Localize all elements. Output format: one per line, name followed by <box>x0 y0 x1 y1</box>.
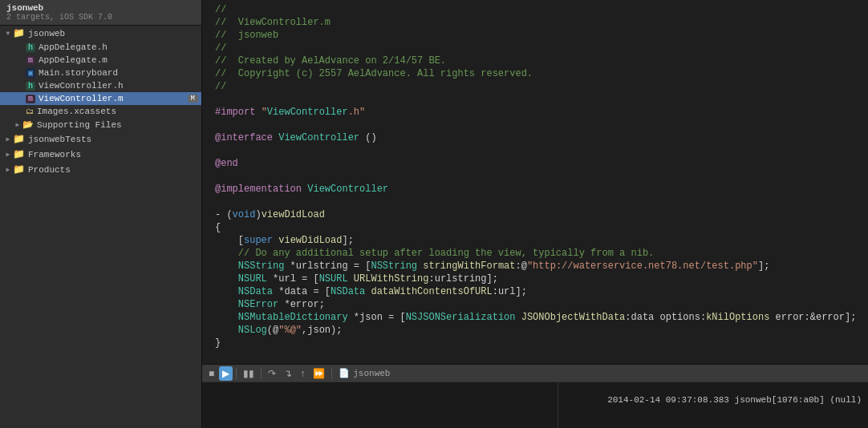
code-line: // ViewController.m <box>202 16 868 29</box>
sidebar-item-appdelegate-h[interactable]: h AppDelegate.h <box>0 41 201 54</box>
sidebar-item-label: Supporting Files <box>37 120 122 130</box>
sidebar-header: jsonweb 2 targets, iOS SDK 7.0 <box>0 0 201 26</box>
sidebar-item-viewcontroller-m[interactable]: m ViewController.m M <box>0 92 201 105</box>
sidebar-item-supporting-files[interactable]: ▶ 📂 Supporting Files <box>0 118 201 131</box>
sidebar-item-main-storyboard[interactable]: ▣ Main.storyboard <box>0 67 201 79</box>
separator <box>331 368 332 379</box>
code-line: // <box>202 80 868 93</box>
code-line <box>202 144 868 157</box>
sidebar-item-label: Products <box>28 165 71 175</box>
sidebar-item-label: Images.xcassets <box>37 107 116 116</box>
sidebar-item-jsonwebtests[interactable]: ▶ 📁 jsonwebTests <box>0 131 201 147</box>
sidebar-item-jsonweb-root[interactable]: ▼ 📁 jsonweb <box>0 26 201 41</box>
bottom-toolbar: ■ ▶ ▮▮ ↷ ↴ ↑ ⏩ 📄 jsonweb <box>202 364 868 382</box>
step-out-button[interactable]: ↑ <box>297 366 308 381</box>
run-button[interactable]: ▶ <box>219 366 233 381</box>
code-line <box>202 196 868 208</box>
code-line: #import "ViewController.h" <box>202 106 868 119</box>
disclosure-icon: ▼ <box>3 30 13 37</box>
disclosure-icon: ▶ <box>3 151 13 158</box>
breadcrumb-path: 📄 jsonweb <box>339 368 390 378</box>
stop-button[interactable]: ■ <box>205 366 217 381</box>
code-line: [super viewDidLoad]; <box>202 234 868 247</box>
code-line: // Copyright (c) 2557 AelAdvance. All ri… <box>202 67 868 80</box>
h-file-icon: h <box>26 82 35 91</box>
code-line: NSURL *url = [NSURL URLWithString:urlstr… <box>202 273 868 285</box>
sidebar-item-label: jsonwebTests <box>28 135 91 144</box>
disclosure-icon: ▶ <box>3 166 13 173</box>
code-line: NSError *error; <box>202 298 868 311</box>
sidebar-item-appdelegate-m[interactable]: m AppDelegate.m <box>0 54 201 67</box>
code-line: NSMutableDictionary *json = [NSJSONSeria… <box>202 311 868 324</box>
project-name: jsonweb <box>6 3 195 13</box>
sidebar-item-label: ViewController.h <box>39 81 124 91</box>
separator <box>236 368 237 379</box>
disclosure-icon: ▶ <box>13 121 22 128</box>
code-line <box>202 93 868 106</box>
code-line: // Do any additional setup after loading… <box>202 247 868 260</box>
code-line: NSLog(@"%@",json); <box>202 324 868 337</box>
sidebar-item-label: AppDelegate.m <box>39 55 107 65</box>
folder-icon: 📂 <box>22 119 34 130</box>
sidebar-item-frameworks[interactable]: ▶ 📁 Frameworks <box>0 147 201 162</box>
code-line: // <box>202 42 868 55</box>
sidebar-item-viewcontroller-h[interactable]: h ViewController.h <box>0 79 201 92</box>
sidebar-item-label: Frameworks <box>28 150 81 159</box>
console-output: 2014-02-14 09:37:08.383 jsonweb[1076:a0b… <box>558 382 868 428</box>
code-line: @end <box>202 157 868 170</box>
folder-icon: 📁 <box>13 133 25 145</box>
storyboard-icon: ▣ <box>26 68 35 78</box>
code-line: { <box>202 221 868 234</box>
code-line: } <box>202 337 868 349</box>
code-line: NSData *data = [NSData dataWithContentsO… <box>202 285 868 298</box>
code-line <box>202 119 868 131</box>
folder-icon: 📁 <box>13 27 25 39</box>
code-line <box>202 170 868 183</box>
pause-button[interactable]: ▮▮ <box>240 366 258 381</box>
disclosure-icon: ▶ <box>3 135 13 143</box>
path-icon: 📄 <box>339 368 350 378</box>
code-line: // Created by AelAdvance on 2/14/57 BE. <box>202 55 868 67</box>
xcassets-icon: 🗂 <box>26 107 34 116</box>
modified-badge: M <box>188 95 198 103</box>
project-subtitle: 2 targets, iOS SDK 7.0 <box>6 13 195 22</box>
sidebar: jsonweb 2 targets, iOS SDK 7.0 ▼ 📁 jsonw… <box>0 0 202 428</box>
code-editor[interactable]: //// ViewController.m// jsonweb//// Crea… <box>202 0 868 364</box>
code-line: - (void)viewDidLoad <box>202 208 868 221</box>
code-line: @implementation ViewController <box>202 183 868 196</box>
m-file-icon: m <box>26 56 35 65</box>
folder-icon: 📁 <box>13 148 25 160</box>
sidebar-item-label: jsonweb <box>28 29 65 38</box>
folder-icon: 📁 <box>13 164 25 176</box>
code-line: // jsonweb <box>202 29 868 42</box>
h-file-icon: h <box>26 43 35 52</box>
console-log-entry: 2014-02-14 09:37:08.383 jsonweb[1076:a0b… <box>607 395 862 405</box>
code-line: NSString *urlstring = [NSString stringWi… <box>202 260 868 273</box>
continue-button[interactable]: ⏩ <box>310 366 328 381</box>
code-line <box>202 349 868 362</box>
code-line: @interface ViewController () <box>202 131 868 144</box>
sidebar-item-products[interactable]: ▶ 📁 Products <box>0 162 201 177</box>
step-into-button[interactable]: ↴ <box>281 366 295 381</box>
step-over-button[interactable]: ↷ <box>265 366 279 381</box>
editor-area: //// ViewController.m// jsonweb//// Crea… <box>202 0 868 428</box>
console-left-panel <box>202 382 558 428</box>
console-area: 2014-02-14 09:37:08.383 jsonweb[1076:a0b… <box>202 382 868 428</box>
sidebar-item-label: Main.storyboard <box>39 68 118 78</box>
sidebar-item-label: AppDelegate.h <box>39 42 107 52</box>
separator <box>261 368 262 379</box>
m-file-icon: m <box>26 95 35 103</box>
path-label: jsonweb <box>353 369 390 378</box>
sidebar-item-label: ViewController.m <box>39 94 124 103</box>
sidebar-item-images-xcassets[interactable]: 🗂 Images.xcassets <box>0 105 201 118</box>
code-line: // <box>202 3 868 16</box>
